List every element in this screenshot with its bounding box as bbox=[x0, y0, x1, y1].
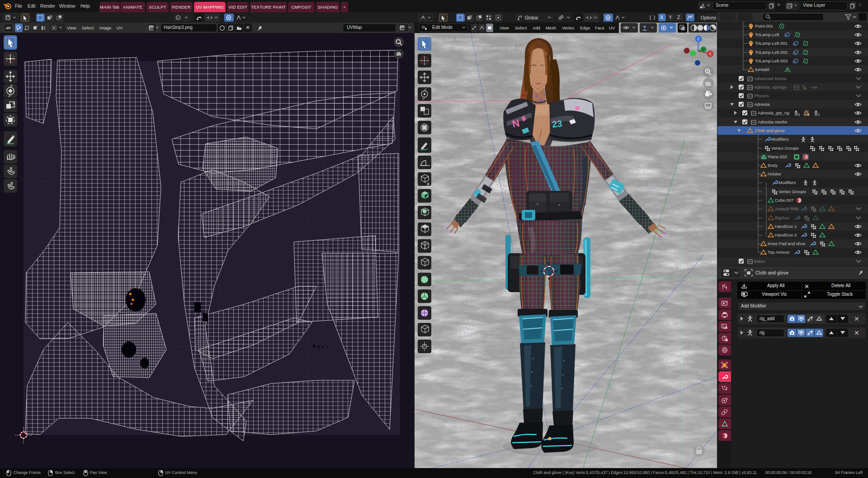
svg-text:(6) Cloth and glove : modeling: (6) Cloth and glove : modeling cloth key bbox=[445, 46, 524, 51]
svg-text:23: 23 bbox=[552, 118, 562, 129]
svg-text:Y: Y bbox=[702, 47, 705, 52]
svg-text:Z: Z bbox=[697, 37, 699, 41]
svg-text:X: X bbox=[709, 52, 712, 56]
svg-text:User Perspective: User Perspective bbox=[445, 37, 480, 42]
